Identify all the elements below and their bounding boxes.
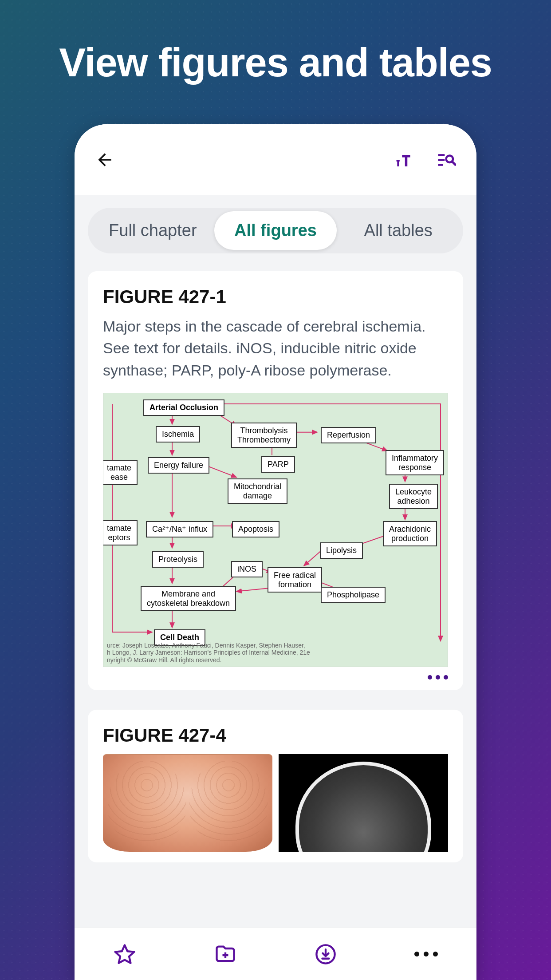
svg-line-4 xyxy=(452,162,455,165)
figure-image[interactable]: Arterial Occlusion Ischemia Thrombolysis… xyxy=(103,393,448,667)
diagram-node: tamate ease xyxy=(103,460,138,485)
star-icon xyxy=(113,943,136,966)
brain-illustration xyxy=(103,754,272,852)
diagram-node: Arachidonic production xyxy=(383,521,437,546)
diagram-node: Mitochondrial damage xyxy=(228,478,287,504)
diagram-node: Inflammatory response xyxy=(386,450,444,475)
diagram-node: Reperfusion xyxy=(321,427,376,443)
figure-title: FIGURE 427-1 xyxy=(103,286,448,308)
more-button[interactable] xyxy=(414,942,439,967)
add-to-collection-button[interactable] xyxy=(213,942,238,967)
diagram-node: Membrane and cytoskeletal breakdown xyxy=(141,586,236,611)
diagram-node: Phospholipase xyxy=(321,587,386,603)
device-frame: Full chapter All figures All tables FIGU… xyxy=(75,124,476,980)
diagram-node: Proteolysis xyxy=(152,551,204,568)
tab-all-figures[interactable]: All figures xyxy=(214,211,337,250)
diagram-node: Free radical formation xyxy=(268,567,322,593)
text-size-button[interactable] xyxy=(391,147,416,172)
svg-rect-1 xyxy=(438,159,445,161)
figure-card: FIGURE 427-4 xyxy=(88,710,463,862)
top-bar xyxy=(75,124,476,195)
figure-card: FIGURE 427-1 Major steps in the cascade … xyxy=(88,271,463,690)
figure-image[interactable] xyxy=(103,754,448,852)
download-button[interactable] xyxy=(313,942,338,967)
diagram-node: tamate eptors xyxy=(103,520,138,545)
content-scroll[interactable]: FIGURE 427-1 Major steps in the cascade … xyxy=(75,253,476,980)
figure-title: FIGURE 427-4 xyxy=(103,725,448,746)
diagram-node: Apoptosis xyxy=(232,521,279,537)
back-arrow-icon xyxy=(95,150,114,170)
diagram-node: Leukocyte adhesion xyxy=(389,484,438,509)
ct-scan-image xyxy=(279,754,448,852)
svg-rect-0 xyxy=(438,154,445,156)
promo-headline: View figures and tables xyxy=(0,40,551,86)
tab-all-tables[interactable]: All tables xyxy=(337,211,460,250)
diagram-node: Ischemia xyxy=(156,426,200,443)
figure-credits: urce: Joseph Loscalzo, Anthony Fauci, De… xyxy=(107,642,310,664)
new-folder-icon xyxy=(214,943,237,966)
search-in-list-button[interactable] xyxy=(434,147,459,172)
favorite-button[interactable] xyxy=(112,942,137,967)
back-button[interactable] xyxy=(92,147,117,172)
download-circle-icon xyxy=(314,943,337,966)
figure-more-button[interactable] xyxy=(428,675,448,680)
tabs-container: Full chapter All figures All tables xyxy=(75,195,476,253)
diagram-node: iNOS xyxy=(231,561,263,577)
search-list-icon xyxy=(437,150,456,170)
figure-caption: Major steps in the cascade of cerebral i… xyxy=(103,316,448,381)
diagram-node: PARP xyxy=(261,456,295,473)
bottom-toolbar xyxy=(75,928,476,980)
diagram-node: Lipolysis xyxy=(320,542,363,559)
segmented-control: Full chapter All figures All tables xyxy=(88,208,463,253)
svg-line-24 xyxy=(236,588,272,591)
svg-rect-2 xyxy=(438,164,443,166)
diagram-node: Thrombolysis Thrombectomy xyxy=(231,423,297,448)
text-size-icon xyxy=(394,150,413,170)
more-horizontal-icon xyxy=(414,952,438,956)
diagram-node: Ca²⁺/Na⁺ influx xyxy=(146,521,213,537)
tab-full-chapter[interactable]: Full chapter xyxy=(91,211,214,250)
diagram-node: Arterial Occlusion xyxy=(143,399,224,416)
diagram-node: Energy failure xyxy=(148,457,209,474)
